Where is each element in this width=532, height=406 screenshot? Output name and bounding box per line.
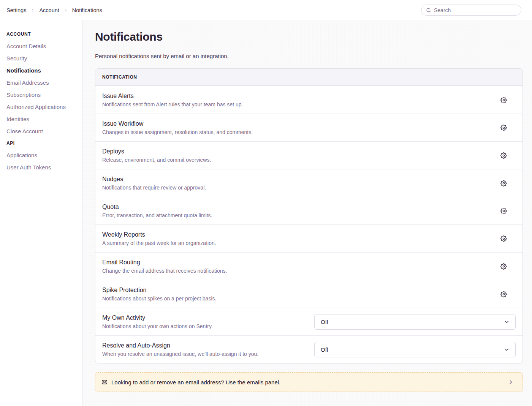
sidebar-section-title: ACCOUNT [6,32,78,37]
sidebar-item-close-account[interactable]: Close Account [6,128,78,134]
chevron-down-icon [504,346,510,353]
notifications-panel: NOTIFICATION Issue Alerts Notifications … [95,68,523,363]
breadcrumb-notifications: Notifications [72,7,102,13]
search-icon [426,8,431,13]
settings-gear-button[interactable] [496,259,511,273]
row-text: Resolve and Auto-Assign When you resolve… [102,342,314,357]
search-box[interactable] [421,5,521,16]
sidebar-item-security[interactable]: Security [6,55,78,62]
select-value: Off [321,319,328,325]
resolve-auto-assign-select[interactable]: Off [314,342,516,357]
row-text: Quota Error, transaction, and attachment… [102,204,496,218]
row-issue-alerts: Issue Alerts Notifications sent from Ale… [95,86,522,114]
row-text: Issue Alerts Notifications sent from Ale… [102,93,496,107]
gear-icon [500,180,507,186]
my-own-activity-select[interactable]: Off [314,314,516,330]
sidebar-item-email-addresses[interactable]: Email Addresses [6,80,78,86]
row-resolve-and-auto-assign: Resolve and Auto-Assign When you resolve… [95,335,522,363]
row-title: My Own Activity [102,314,308,321]
row-text: My Own Activity Notifications about your… [102,314,314,329]
row-email-routing: Email Routing Change the email address t… [95,252,522,280]
mail-icon [101,379,108,385]
row-title: Weekly Reports [102,231,490,238]
sidebar-item-applications[interactable]: Applications [6,152,78,158]
sidebar-section-api: API Applications User Auth Tokens [6,141,78,171]
emails-panel-alert[interactable]: Looking to add or remove an email addres… [95,372,523,392]
top-bar: Settings Account Notifications [0,0,532,20]
row-text: Weekly Reports A summary of the past wee… [102,231,496,246]
settings-gear-button[interactable] [496,148,511,163]
row-issue-workflow: Issue Workflow Changes in issue assignme… [95,114,522,141]
row-text: Spike Protection Notifications about spi… [102,287,496,302]
row-title: Issue Alerts [102,93,490,100]
row-text: Nudges Notifications that require review… [102,176,496,191]
row-description: Notifications that require review or app… [102,185,490,191]
row-description: Release, environment, and commit overvie… [102,157,490,163]
alert-text: Looking to add or remove an email addres… [111,379,504,385]
row-description: Changes in issue assignment, resolution … [102,129,490,135]
sidebar-item-subscriptions[interactable]: Subscriptions [6,92,78,98]
row-title: Deploys [102,148,490,155]
breadcrumb: Settings Account Notifications [6,7,102,13]
sidebar-item-identities[interactable]: Identities [6,116,78,122]
settings-gear-button[interactable] [496,176,511,190]
row-deploys: Deploys Release, environment, and commit… [95,141,522,169]
settings-gear-button[interactable] [496,231,511,246]
row-description: When you resolve an unassigned issue, we… [102,351,308,357]
sidebar-item-account-details[interactable]: Account Details [6,43,78,49]
row-quota: Quota Error, transaction, and attachment… [95,197,522,224]
sidebar-section-title: API [6,141,78,146]
row-spike-protection: Spike Protection Notifications about spi… [95,280,522,308]
settings-gear-button[interactable] [496,93,511,107]
breadcrumb-account[interactable]: Account [39,7,59,13]
row-description: Change the email address that receives n… [102,268,490,274]
row-description: Notifications about your own actions on … [102,323,308,329]
settings-gear-button[interactable] [496,287,511,301]
chevron-right-icon [507,379,514,385]
row-description: A summary of the past week for an organi… [102,240,490,246]
chevron-down-icon [504,319,510,325]
breadcrumb-settings[interactable]: Settings [6,7,26,13]
chevron-right-icon [63,8,68,13]
panel-header: NOTIFICATION [95,69,522,86]
gear-icon [500,291,507,297]
gear-icon [500,152,507,159]
sidebar-item-authorized-applications[interactable]: Authorized Applications [6,104,78,110]
search-input[interactable] [434,7,516,13]
row-description: Notifications sent from Alert rules that… [102,101,490,107]
gear-icon [500,125,507,131]
select-value: Off [321,346,328,353]
main-content: Notifications Personal notifications sen… [82,20,532,406]
row-title: Email Routing [102,259,490,266]
row-title: Spike Protection [102,287,490,294]
row-title: Quota [102,204,490,210]
row-title: Issue Workflow [102,120,490,127]
gear-icon [500,235,507,242]
sidebar-item-notifications[interactable]: Notifications [6,68,78,74]
row-my-own-activity: My Own Activity Notifications about your… [95,308,522,335]
row-description: Error, transaction, and attachment quota… [102,212,490,218]
sidebar-item-user-auth-tokens[interactable]: User Auth Tokens [6,164,78,171]
row-text: Issue Workflow Changes in issue assignme… [102,120,496,135]
row-description: Notifications about spikes on a per proj… [102,295,490,302]
gear-icon [500,263,507,270]
settings-sidebar: ACCOUNT Account Details Security Notific… [0,20,82,406]
row-title: Resolve and Auto-Assign [102,342,308,349]
row-nudges: Nudges Notifications that require review… [95,169,522,197]
row-text: Email Routing Change the email address t… [102,259,496,274]
gear-icon [500,208,507,214]
page-title: Notifications [95,30,523,43]
chevron-right-icon [30,8,35,13]
settings-gear-button[interactable] [496,204,511,218]
page-subtitle: Personal notifications sent by email or … [95,53,523,59]
row-title: Nudges [102,176,490,183]
gear-icon [500,97,507,103]
settings-gear-button[interactable] [496,120,511,135]
row-weekly-reports: Weekly Reports A summary of the past wee… [95,224,522,252]
row-text: Deploys Release, environment, and commit… [102,148,496,163]
sidebar-section-account: ACCOUNT Account Details Security Notific… [6,32,78,134]
